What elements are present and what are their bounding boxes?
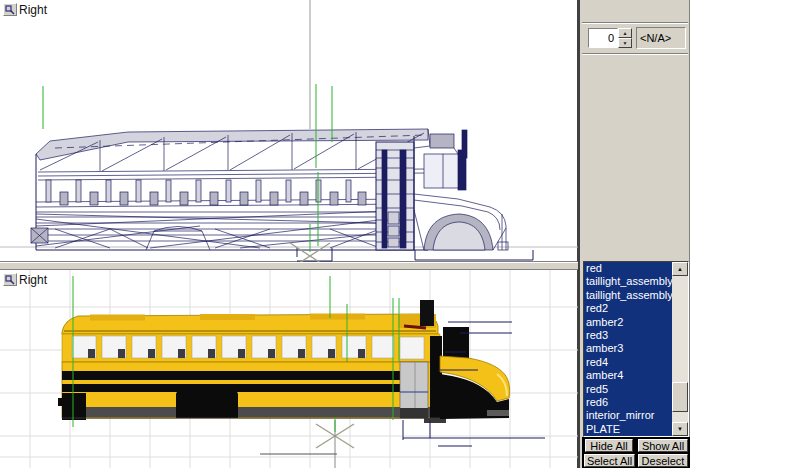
textured-bus bbox=[58, 300, 510, 423]
level-spinner: ▲ ▼ bbox=[618, 28, 632, 48]
viewport-menu-button[interactable] bbox=[3, 273, 17, 286]
empty-workspace-area bbox=[691, 0, 800, 468]
viewport-label: Right bbox=[19, 273, 47, 287]
select-all-button[interactable]: Select All bbox=[584, 454, 635, 467]
show-all-button[interactable]: Show All bbox=[638, 439, 688, 452]
wireframe-bus-canvas[interactable] bbox=[0, 0, 578, 262]
app-window: Right bbox=[0, 0, 800, 468]
textured-bus-canvas[interactable] bbox=[0, 270, 578, 468]
viewport-bottom-right-textured[interactable]: Right bbox=[0, 270, 578, 468]
list-item[interactable]: red6 bbox=[584, 396, 672, 409]
list-item[interactable]: interior_mirror bbox=[584, 409, 672, 422]
scroll-up-button[interactable]: ▲ bbox=[672, 262, 688, 276]
spin-up-button[interactable]: ▲ bbox=[618, 28, 632, 38]
pivot-cross bbox=[260, 420, 354, 468]
list-item[interactable]: amber3 bbox=[584, 342, 672, 355]
view-icon bbox=[5, 275, 15, 285]
list-item[interactable]: amber4 bbox=[584, 369, 672, 382]
scroll-down-icon: ▼ bbox=[677, 426, 683, 432]
list-item[interactable]: red bbox=[584, 262, 672, 275]
spin-down-icon: ▼ bbox=[623, 40, 628, 46]
list-item[interactable]: red2 bbox=[584, 302, 672, 315]
panel-divider bbox=[582, 22, 688, 24]
panel-divider bbox=[582, 53, 688, 55]
scrollbar-thumb[interactable] bbox=[672, 382, 688, 412]
viewport-splitter[interactable] bbox=[0, 263, 578, 270]
object-list[interactable]: red taillight_assembly taillight_assembl… bbox=[583, 261, 689, 437]
scroll-up-icon: ▲ bbox=[677, 266, 683, 272]
wireframe-bus bbox=[31, 129, 533, 261]
list-item[interactable]: taillight_assembly bbox=[584, 275, 672, 288]
axis-lines bbox=[0, 0, 578, 247]
spin-up-icon: ▲ bbox=[623, 30, 628, 36]
right-tool-panel: 0 ▲ ▼ <N/A> red taillight_assembly taill… bbox=[578, 0, 690, 468]
level-spinner-value[interactable]: 0 bbox=[588, 28, 618, 48]
deselect-button[interactable]: Deselect bbox=[638, 454, 688, 467]
spin-down-button[interactable]: ▼ bbox=[618, 38, 632, 48]
view-icon bbox=[5, 5, 15, 15]
list-item[interactable]: red4 bbox=[584, 356, 672, 369]
list-item[interactable]: red5 bbox=[584, 383, 672, 396]
helper-green-lines bbox=[43, 84, 332, 252]
list-item[interactable]: PLATE bbox=[584, 423, 672, 436]
viewport-top-right-wireframe[interactable]: Right bbox=[0, 0, 578, 262]
material-selector[interactable]: <N/A> bbox=[636, 27, 686, 49]
list-action-buttons: Hide All Show All Select All Deselect bbox=[582, 437, 690, 468]
list-item[interactable]: taillight_assembly2 bbox=[584, 289, 672, 302]
scroll-down-button[interactable]: ▼ bbox=[672, 422, 688, 436]
hide-all-button[interactable]: Hide All bbox=[585, 439, 633, 452]
list-item[interactable]: red3 bbox=[584, 329, 672, 342]
viewport-menu-button[interactable] bbox=[3, 3, 17, 16]
viewport-label: Right bbox=[19, 3, 47, 17]
object-list-items: red taillight_assembly taillight_assembl… bbox=[584, 262, 672, 436]
list-scrollbar[interactable]: ▲ ▼ bbox=[672, 262, 688, 436]
list-item[interactable]: amber2 bbox=[584, 316, 672, 329]
